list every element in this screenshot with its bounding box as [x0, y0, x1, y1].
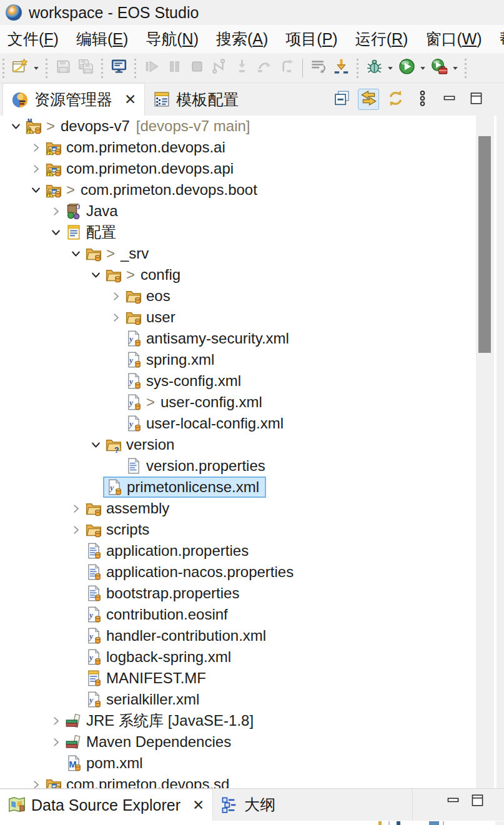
tree-row[interactable]: com.primeton.devops.ai: [0, 137, 504, 158]
menu-item-file[interactable]: 文件(F): [7, 29, 59, 49]
external-tools-button[interactable]: [428, 56, 450, 80]
maximize-button[interactable]: [468, 792, 487, 811]
tree-row[interactable]: yuser-local-config.xml: [0, 413, 504, 434]
scrollbar-thumb[interactable]: [478, 136, 491, 353]
chevron-down-icon[interactable]: [46, 223, 65, 242]
partial-icon: [378, 821, 382, 825]
tree-row[interactable]: ycontribution.eosinf: [0, 604, 504, 625]
toolbar-grip[interactable]: [133, 57, 137, 79]
tree-row[interactable]: yserialkiller.xml: [0, 689, 504, 710]
tree-row[interactable]: bootstrap.properties: [0, 583, 504, 604]
dropdown-caret-icon[interactable]: [450, 56, 460, 80]
chevron-right-icon[interactable]: [26, 159, 45, 178]
close-icon[interactable]: ✕: [192, 798, 204, 813]
chevron-down-icon[interactable]: [86, 265, 105, 284]
toolbar-grip[interactable]: [100, 57, 104, 79]
tree-row[interactable]: Maven Dependencies: [0, 731, 504, 753]
toolbar-grip[interactable]: [355, 57, 360, 79]
save-all-button[interactable]: [74, 56, 97, 80]
chevron-right-icon[interactable]: [46, 711, 65, 730]
tree-row[interactable]: eos: [0, 285, 504, 307]
tree-row[interactable]: com.primeton.devops.api: [0, 158, 504, 179]
tree-row[interactable]: JRE 系统库 [JavaSE-1.8]: [0, 710, 504, 731]
tree-row[interactable]: user: [0, 307, 504, 328]
chevron-right-icon[interactable]: [106, 287, 125, 305]
run-button[interactable]: [395, 56, 418, 80]
tree-row[interactable]: 配置: [0, 222, 504, 243]
menu-item-edit[interactable]: 编辑(E): [76, 29, 128, 49]
console-button[interactable]: [107, 56, 130, 80]
collapse-all-button[interactable]: [331, 89, 352, 110]
tree-row[interactable]: Mpom.xml: [0, 753, 504, 774]
chevron-right-icon[interactable]: [66, 520, 85, 539]
tree-row[interactable]: M>devops-v7[devops-v7 main]: [0, 116, 504, 137]
tab-outline[interactable]: 大纲: [213, 789, 284, 821]
step-return-button[interactable]: [275, 56, 298, 80]
chevron-right-icon[interactable]: [26, 775, 45, 788]
tree-row[interactable]: scripts: [0, 519, 504, 540]
toolbar-grip[interactable]: [1, 57, 6, 79]
tab-data-source-explorer[interactable]: Data Source Explorer✕: [0, 789, 213, 821]
terminate-button[interactable]: [185, 56, 208, 80]
menu-item-run[interactable]: 运行(R): [355, 29, 408, 49]
dropdown-caret-icon[interactable]: [418, 56, 428, 80]
step-over-button[interactable]: [253, 56, 275, 80]
tree-row[interactable]: yantisamy-security.xml: [0, 328, 504, 349]
debug-button[interactable]: [363, 56, 385, 80]
tree-row[interactable]: >com.primeton.devops.boot: [0, 179, 504, 200]
tree-row[interactable]: yspring.xml: [0, 349, 504, 370]
use-step-filters-button[interactable]: [330, 56, 352, 80]
close-icon[interactable]: ✕: [124, 92, 136, 107]
toolbar-grip[interactable]: [44, 57, 49, 79]
tree-row[interactable]: version.properties: [0, 455, 504, 477]
chevron-down-icon[interactable]: [26, 180, 45, 199]
filter-lines-button[interactable]: [307, 56, 330, 80]
tree-row[interactable]: ?version: [0, 434, 504, 455]
chevron-down-icon[interactable]: [66, 244, 85, 263]
menu-item-window[interactable]: 窗口(W): [425, 29, 482, 49]
xml-file-icon: y: [125, 394, 142, 411]
tree-row[interactable]: yhandler-contribution.xml: [0, 625, 504, 646]
resume-button[interactable]: [141, 56, 163, 80]
tree-row[interactable]: >config: [0, 264, 504, 285]
menu-item-help[interactable]: 帮助(H): [500, 29, 504, 49]
vertical-scrollbar[interactable]: [476, 116, 494, 788]
chevron-right-icon[interactable]: [106, 308, 125, 327]
toolbar-grip[interactable]: [463, 57, 468, 79]
tree-row[interactable]: application-nacos.properties: [0, 561, 504, 583]
chevron-right-icon[interactable]: [26, 138, 45, 157]
dropdown-caret-icon[interactable]: [31, 56, 41, 80]
new-wizard-button[interactable]: [9, 56, 31, 80]
view-menu-button[interactable]: [412, 89, 433, 110]
suspend-button[interactable]: [163, 56, 185, 80]
menu-item-navigate[interactable]: 导航(N): [146, 29, 199, 49]
chevron-down-icon[interactable]: [6, 117, 25, 136]
menu-item-project[interactable]: 项目(P): [285, 29, 337, 49]
minimize-button[interactable]: [443, 792, 462, 811]
link-editor-button[interactable]: [358, 89, 379, 110]
chevron-right-icon[interactable]: [46, 202, 65, 220]
tree-row[interactable]: y>user-config.xml: [0, 392, 504, 413]
tree-row[interactable]: >_srv: [0, 243, 504, 264]
chevron-right-icon[interactable]: [66, 499, 85, 518]
disconnect-button[interactable]: [208, 56, 230, 80]
menu-item-search[interactable]: 搜索(A): [216, 29, 268, 49]
tree-row[interactable]: yprimetonlicense.xml: [0, 477, 504, 498]
tree-row[interactable]: ysys-config.xml: [0, 370, 504, 392]
dropdown-caret-icon[interactable]: [385, 56, 395, 80]
chevron-right-icon[interactable]: [46, 733, 65, 751]
tree-row[interactable]: JJava: [0, 200, 504, 222]
tab-template-config[interactable]: 模板配置: [145, 83, 247, 116]
minimize-button[interactable]: [438, 89, 460, 110]
tree-row[interactable]: MANIFEST.MF: [0, 668, 504, 689]
tree-row[interactable]: application.properties: [0, 540, 504, 561]
step-into-button[interactable]: [230, 56, 253, 80]
tree-row[interactable]: ylogback-spring.xml: [0, 646, 504, 668]
tree-row[interactable]: com.primeton.devops.sd: [0, 774, 504, 788]
tab-resource-explorer[interactable]: 资源管理器✕: [2, 83, 145, 116]
sync-button[interactable]: [385, 89, 406, 110]
chevron-down-icon[interactable]: [86, 435, 105, 454]
tree-row[interactable]: assembly: [0, 498, 504, 519]
maximize-button[interactable]: [465, 89, 487, 110]
save-button[interactable]: [52, 56, 74, 80]
